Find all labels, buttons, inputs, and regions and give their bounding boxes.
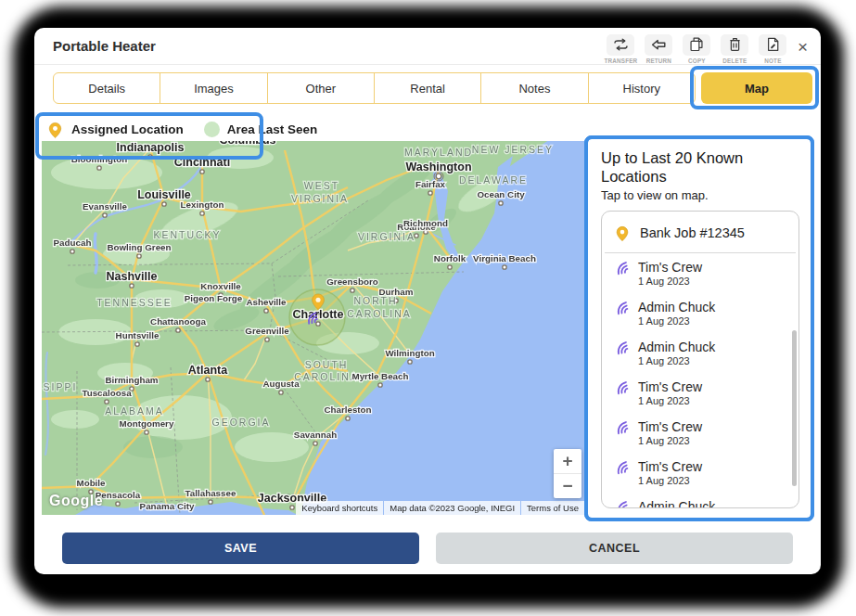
transfer-button[interactable]: TRANSFER [604, 34, 638, 64]
svg-text:VIRGINIA: VIRGINIA [358, 231, 415, 242]
zoom-out-button[interactable]: − [554, 474, 581, 498]
svg-text:Fairfax: Fairfax [415, 179, 446, 189]
svg-text:Greenville: Greenville [245, 326, 289, 336]
map-canvas[interactable]: MARYLANDNEW JERSEYDELAWAREWESTVIRGINIAVI… [42, 141, 584, 515]
tab-notes[interactable]: Notes [480, 72, 588, 104]
svg-text:Bloomington: Bloomington [71, 154, 127, 164]
zoom-in-button[interactable]: + [554, 449, 581, 474]
location-item[interactable]: Tim's Crew1 Aug 2023 [602, 373, 799, 413]
signal-waves-icon [616, 262, 630, 276]
location-item[interactable]: Tim's Crew1 Aug 2023 [602, 253, 799, 293]
map-attribution: Keyboard shortcuts Map data ©2023 Google… [295, 501, 584, 515]
dialog-header: Portable Heater TRANSFERRETURNCOPYDELETE… [34, 28, 821, 65]
map-svg: MARYLANDNEW JERSEYDELAWAREWESTVIRGINIAVI… [42, 141, 584, 515]
svg-text:Myrtle Beach: Myrtle Beach [352, 371, 409, 381]
area-last-seen-label: Area Last Seen [227, 122, 318, 136]
tab-details[interactable]: Details [53, 72, 160, 104]
tab-map[interactable]: Map [701, 72, 812, 104]
svg-text:Washington: Washington [405, 160, 471, 173]
signal-waves-icon [616, 341, 630, 355]
location-item[interactable]: Admin Chuck1 Aug 2023 [602, 493, 799, 508]
svg-text:Charleston: Charleston [324, 404, 371, 415]
page: Portable Heater TRANSFERRETURNCOPYDELETE… [0, 0, 856, 616]
note-button[interactable]: NOTE [756, 34, 790, 64]
svg-text:NEW JERSEY: NEW JERSEY [472, 144, 554, 155]
dialog-footer: SAVE CANCEL [62, 533, 793, 564]
delete-button[interactable]: DELETE [718, 34, 752, 64]
location-item[interactable]: Tim's Crew1 Aug 2023 [602, 413, 799, 453]
save-button[interactable]: SAVE [62, 533, 419, 564]
svg-text:Tuscaloosa: Tuscaloosa [82, 388, 132, 398]
svg-text:Mobile: Mobile [76, 478, 106, 488]
keyboard-shortcuts-link[interactable]: Keyboard shortcuts [296, 501, 383, 515]
return-icon [645, 34, 672, 56]
area-last-seen-icon [204, 122, 220, 137]
toolbar-actions: TRANSFERRETURNCOPYDELETENOTE [604, 34, 790, 64]
svg-text:Evansville: Evansville [83, 201, 127, 212]
map-data-label: Map data ©2023 Google, INEGI [384, 501, 520, 515]
assigned-location-pin-icon [46, 122, 64, 139]
cancel-button[interactable]: CANCEL [436, 533, 793, 564]
map-zoom-control: + − [554, 449, 581, 498]
svg-text:GEORGIA: GEORGIA [211, 417, 270, 428]
assigned-location-label: Assigned Location [71, 122, 184, 136]
svg-text:Atlanta: Atlanta [188, 364, 228, 377]
svg-text:WEST: WEST [304, 180, 339, 191]
pinned-location-label: Bank Job #12345 [640, 225, 745, 240]
svg-text:Panama City: Panama City [140, 501, 195, 511]
svg-text:Huntsville: Huntsville [116, 330, 160, 340]
svg-text:Durham: Durham [378, 287, 413, 297]
panel-subtitle: Tap to view on map. [601, 188, 799, 202]
svg-text:Greensboro: Greensboro [326, 276, 378, 287]
signal-waves-icon [616, 302, 630, 315]
svg-text:VIRGINIA: VIRGINIA [291, 193, 349, 204]
svg-text:Knoxville: Knoxville [200, 281, 241, 291]
close-icon[interactable]: × [798, 38, 808, 56]
svg-text:Paducah: Paducah [54, 237, 92, 248]
svg-text:Norfolk: Norfolk [434, 253, 466, 263]
svg-text:Savannah: Savannah [294, 430, 337, 440]
svg-text:CAROLINA: CAROLINA [347, 308, 412, 319]
svg-text:Nashville: Nashville [107, 270, 158, 283]
terms-of-use-link[interactable]: Terms of Use [521, 501, 584, 515]
copy-button[interactable]: COPY [680, 34, 714, 64]
svg-text:DELAWARE: DELAWARE [459, 174, 528, 186]
signal-waves-icon [616, 381, 630, 395]
list-scrollbar[interactable] [792, 330, 797, 486]
svg-text:Richmond: Richmond [403, 218, 448, 228]
svg-text:TENNESSEE: TENNESSEE [96, 297, 172, 308]
svg-text:Columbus: Columbus [219, 141, 275, 147]
location-item[interactable]: Admin Chuck1 Aug 2023 [602, 333, 799, 373]
portable-heater-dialog: Portable Heater TRANSFERRETURNCOPYDELETE… [34, 28, 821, 574]
svg-text:Virginia Beach: Virginia Beach [473, 253, 536, 263]
tab-images[interactable]: Images [160, 72, 267, 104]
location-list-items: Tim's Crew1 Aug 2023Admin Chuck1 Aug 202… [602, 253, 799, 508]
copy-icon [683, 34, 710, 56]
svg-text:KENTUCKY: KENTUCKY [153, 229, 221, 240]
tab-history[interactable]: History [588, 72, 696, 104]
svg-text:SOUTH: SOUTH [305, 359, 349, 370]
return-button[interactable]: RETURN [642, 34, 676, 64]
svg-text:Augusta: Augusta [262, 379, 300, 389]
signal-waves-icon [616, 461, 630, 475]
svg-text:SIPPI: SIPPI [44, 381, 78, 392]
google-logo: Google [49, 493, 103, 509]
location-item[interactable]: Admin Chuck1 Aug 2023 [602, 293, 799, 333]
panel-title: Up to Last 20 Known Locations [601, 148, 782, 186]
tab-other[interactable]: Other [267, 72, 375, 104]
svg-text:Ocean City: Ocean City [477, 189, 525, 199]
pinned-location-item[interactable]: Bank Job #12345 [602, 212, 799, 252]
transfer-icon [607, 34, 634, 56]
svg-text:Montgomery: Montgomery [120, 418, 174, 429]
tab-rental[interactable]: Rental [374, 72, 481, 104]
svg-text:Pigeon Forge: Pigeon Forge [185, 293, 243, 303]
note-icon [759, 34, 786, 56]
signal-waves-icon [616, 501, 630, 508]
svg-text:Birmingham: Birmingham [105, 375, 158, 385]
svg-text:Asheville: Asheville [246, 297, 287, 307]
map-legend: Assigned Location Area Last Seen [46, 117, 317, 141]
location-item[interactable]: Tim's Crew1 Aug 2023 [602, 453, 799, 493]
delete-icon [721, 34, 748, 56]
svg-text:Bowling Green: Bowling Green [107, 242, 171, 252]
tab-bar: DetailsImagesOtherRentalNotesHistoryMap [53, 72, 812, 104]
